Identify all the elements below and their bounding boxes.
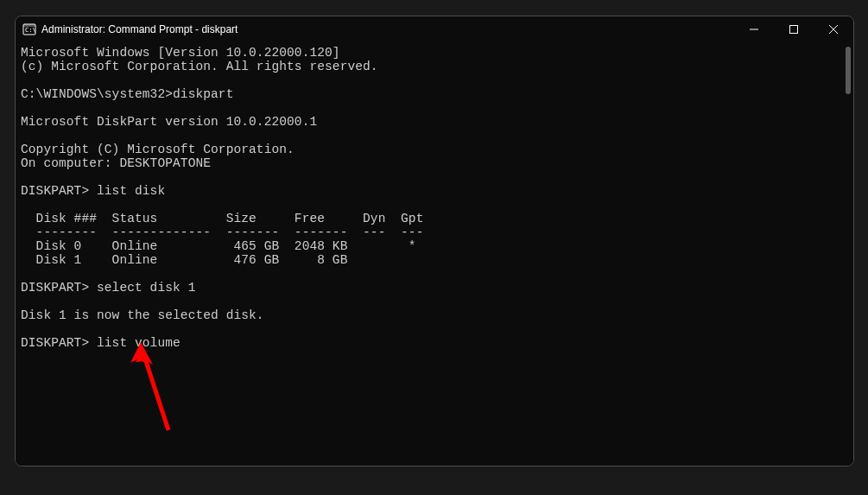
titlebar[interactable]: C:\ Administrator: Command Prompt - disk… — [16, 16, 853, 42]
terminal-body[interactable]: Microsoft Windows [Version 10.0.22000.12… — [16, 42, 853, 466]
minimize-button[interactable] — [734, 16, 774, 42]
command-prompt-window: C:\ Administrator: Command Prompt - disk… — [15, 16, 854, 466]
close-button[interactable] — [814, 16, 853, 42]
terminal-output: Microsoft Windows [Version 10.0.22000.12… — [21, 46, 848, 350]
maximize-button[interactable] — [774, 16, 814, 42]
svg-rect-4 — [790, 26, 798, 34]
window-controls — [734, 16, 853, 42]
scrollbar-thumb[interactable] — [846, 47, 851, 94]
svg-text:C:\: C:\ — [25, 27, 36, 34]
window-title: Administrator: Command Prompt - diskpart — [41, 23, 238, 35]
cmd-icon: C:\ — [22, 22, 36, 36]
